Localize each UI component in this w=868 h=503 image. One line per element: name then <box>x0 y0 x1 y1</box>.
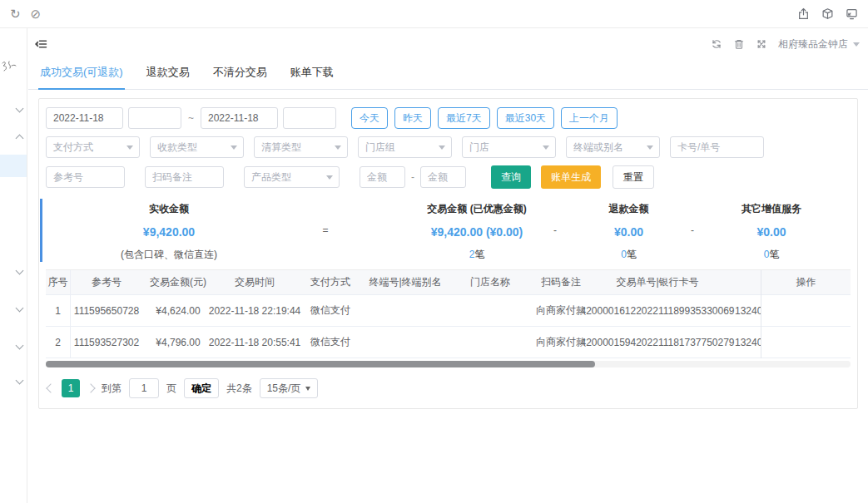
chevron-down-icon <box>231 145 237 150</box>
cell-amount: ¥4,624.00 <box>142 295 214 326</box>
tab-refund-trades[interactable]: 退款交易 <box>145 60 191 90</box>
chevron-up-icon[interactable] <box>16 135 24 143</box>
history-icon[interactable]: ⊘ <box>31 7 42 20</box>
quick-yesterday-button[interactable]: 昨天 <box>394 107 431 129</box>
topbar-right-icons <box>797 7 858 20</box>
pay-method-select[interactable]: 支付方式 <box>46 136 140 158</box>
col-header-amount: 交易金额(元) <box>142 270 214 294</box>
chevron-down-icon <box>439 145 445 150</box>
pagination: 1 到第 页 确定 共2条 15条/页 <box>46 375 851 403</box>
col-header-no: 序号 <box>46 270 71 294</box>
share-icon[interactable] <box>797 7 810 20</box>
goto-suffix-label: 页 <box>166 382 176 396</box>
quick-lastmonth-button[interactable]: 上一个月 <box>561 107 618 129</box>
ref-no-input[interactable] <box>46 166 125 188</box>
settle-type-select[interactable]: 清算类型 <box>254 136 348 158</box>
end-time-input[interactable] <box>283 107 336 129</box>
count-unit: 笔 <box>769 249 779 260</box>
date-filter-row: ~ 今天 昨天 最近7天 最近30天 上一个月 <box>46 107 851 129</box>
quick-last30days-button[interactable]: 最近30天 <box>497 107 554 129</box>
bill-generate-button[interactable]: 账单生成 <box>541 165 601 189</box>
fullscreen-icon[interactable] <box>756 38 767 50</box>
equals-sign: = <box>315 224 336 236</box>
refresh-icon[interactable] <box>711 38 722 50</box>
col-header-ref-no: 参考号 <box>71 270 142 294</box>
store-selector[interactable]: 相府臻品金钟店 <box>778 37 860 52</box>
summary-count: 0笔 <box>564 248 693 262</box>
quick-today-button[interactable]: 今天 <box>351 107 388 129</box>
tab-unsettled-trades[interactable]: 不清分交易 <box>211 60 269 90</box>
cell-remark: 向商家付款 <box>535 327 587 358</box>
screen-icon[interactable] <box>846 7 858 20</box>
menu-fold-icon[interactable] <box>35 38 47 50</box>
panel-header: 相府臻品金钟店 <box>28 28 868 60</box>
cube-icon[interactable] <box>821 7 834 20</box>
chevron-down-icon[interactable] <box>16 304 24 313</box>
prev-page-icon[interactable] <box>46 383 55 392</box>
sidebar <box>0 28 27 503</box>
tab-success-trades[interactable]: 成功交易(可退款) <box>38 60 125 90</box>
goto-prefix-label: 到第 <box>102 382 122 396</box>
summary-label: 实收金额 <box>40 196 298 216</box>
cell-amount: ¥4,796.00 <box>142 327 214 358</box>
tab-bill-download[interactable]: 账单下载 <box>289 60 335 90</box>
trash-icon[interactable] <box>733 38 745 50</box>
summary-note: (包含口碑、微信直连) <box>40 248 298 262</box>
chevron-down-icon[interactable] <box>16 342 24 350</box>
chevron-down-icon[interactable] <box>16 105 24 113</box>
summary-section: 实收金额 ¥9,420.00 (包含口碑、微信直连) = 交易金额 (已优惠金额… <box>40 196 851 264</box>
scan-remark-input[interactable] <box>145 166 224 188</box>
cell-terminal <box>365 327 445 358</box>
page-size-select[interactable]: 15条/页 <box>260 378 319 398</box>
summary-label: 其它增值服务 <box>706 196 837 216</box>
sidebar-active-item[interactable] <box>0 155 27 177</box>
quick-last7days-button[interactable]: 最近7天 <box>438 107 490 129</box>
col-header-terminal: 终端号|终端别名 <box>365 270 445 294</box>
chevron-down-icon <box>335 145 341 150</box>
summary-value: ¥0.00 <box>564 225 693 239</box>
horizontal-scrollbar[interactable] <box>46 361 851 367</box>
amount-min-input[interactable] <box>360 166 405 188</box>
cell-ref-no: 111595650728 <box>71 295 142 326</box>
cell-no: 2 <box>46 327 71 358</box>
end-date-input[interactable] <box>201 107 278 129</box>
topbar-left-icons: ↻ ⊘ <box>10 7 41 20</box>
tabbar: 成功交易(可退款) 退款交易 不清分交易 账单下载 <box>28 60 868 90</box>
summary-refund: 退款金额 ¥0.00 0笔 <box>564 196 693 262</box>
cell-store <box>445 327 535 358</box>
total-count-label: 共2条 <box>226 382 252 396</box>
cell-action <box>761 295 851 327</box>
reset-button[interactable]: 重置 <box>613 165 654 189</box>
table-row: 2 111593527302 ¥4,796.00 2022-11-18 20:5… <box>46 327 851 358</box>
amount-separator: - <box>411 171 414 183</box>
summary-count: 2笔 <box>373 248 581 262</box>
goto-confirm-button[interactable]: 确定 <box>184 378 219 398</box>
cell-trade-no: 4200001594202211181737750279 <box>587 327 728 358</box>
select-placeholder: 支付方式 <box>53 141 93 155</box>
product-type-select[interactable]: 产品类型 <box>244 166 340 188</box>
trade-discount-amount: (¥0.00) <box>486 225 523 239</box>
store-select[interactable]: 门店 <box>462 136 556 158</box>
card-no-input[interactable] <box>670 136 764 158</box>
summary-value: ¥9,420.00 <box>40 225 298 239</box>
terminal-select[interactable]: 终端或别名 <box>566 136 660 158</box>
chevron-down-icon <box>305 387 310 391</box>
next-page-icon[interactable] <box>86 383 95 392</box>
start-time-input[interactable] <box>128 107 181 129</box>
cell-terminal <box>365 295 445 326</box>
page-number-button[interactable]: 1 <box>62 379 80 397</box>
start-date-input[interactable] <box>46 107 123 129</box>
chevron-down-icon <box>853 42 860 47</box>
reload-icon[interactable]: ↻ <box>10 7 21 20</box>
chevron-down-icon[interactable] <box>16 377 24 385</box>
receipt-type-select[interactable]: 收款类型 <box>150 136 244 158</box>
horizontal-scrollbar-thumb[interactable] <box>46 361 595 367</box>
summary-label: 退款金额 <box>564 196 693 216</box>
amount-max-input[interactable] <box>420 166 466 188</box>
chevron-down-icon[interactable] <box>16 267 24 275</box>
goto-page-input[interactable] <box>129 378 159 398</box>
select-placeholder: 收款类型 <box>157 141 197 155</box>
store-group-select[interactable]: 门店组 <box>358 136 452 158</box>
search-button[interactable]: 查询 <box>491 165 531 189</box>
table-row: 1 111595650728 ¥4,624.00 2022-11-18 22:1… <box>46 295 851 327</box>
